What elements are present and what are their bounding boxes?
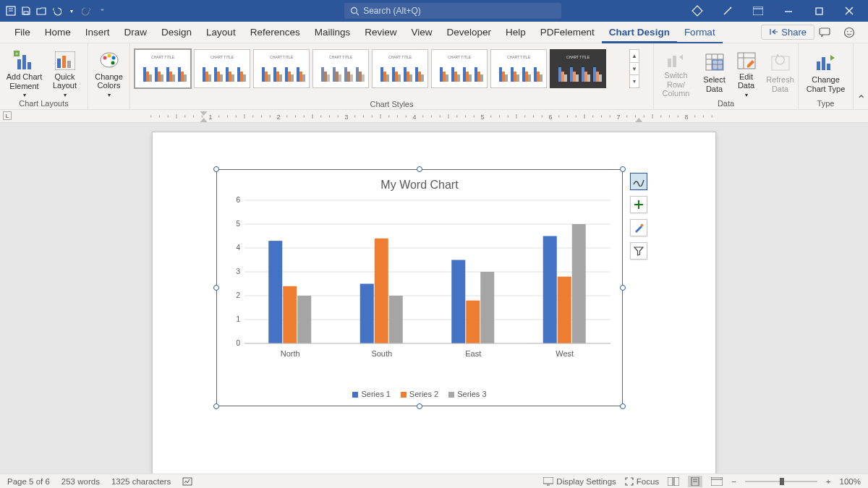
chart-style-thumb[interactable]: CHART TITLE bbox=[550, 49, 606, 88]
tab-layout[interactable]: Layout bbox=[199, 22, 243, 43]
svg-point-26 bbox=[107, 53, 111, 57]
svg-rect-246 bbox=[558, 277, 571, 343]
chart-style-thumb[interactable]: CHART TITLE bbox=[253, 49, 310, 88]
proofing-icon[interactable] bbox=[182, 476, 192, 487]
resize-handle[interactable] bbox=[213, 285, 219, 291]
chart-elements-button[interactable] bbox=[630, 196, 647, 213]
change-colors-button[interactable]: Change Colors▾ bbox=[92, 48, 127, 98]
chart-filters-button[interactable] bbox=[630, 242, 647, 260]
chart-object[interactable]: My Word Chart 0123456NorthSouthEastWest … bbox=[216, 169, 623, 406]
zoom-out-icon[interactable]: − bbox=[731, 477, 736, 486]
add-chart-element-icon: + bbox=[13, 51, 36, 71]
status-page[interactable]: Page 5 of 6 bbox=[7, 477, 50, 486]
gallery-up-icon[interactable]: ▲ bbox=[630, 50, 639, 63]
comments-icon[interactable] bbox=[819, 27, 839, 38]
tab-home[interactable]: Home bbox=[38, 22, 78, 43]
zoom-in-icon[interactable]: + bbox=[826, 477, 831, 486]
chart-style-thumb[interactable]: CHART TITLE bbox=[312, 49, 369, 88]
layout-options-button[interactable] bbox=[630, 173, 647, 190]
tab-references[interactable]: References bbox=[243, 22, 307, 43]
gallery-more-icon[interactable]: ▾ bbox=[630, 75, 639, 87]
resize-handle[interactable] bbox=[417, 166, 422, 172]
search-input[interactable] bbox=[363, 6, 556, 16]
autosave-icon[interactable] bbox=[4, 4, 17, 17]
resize-handle[interactable] bbox=[620, 285, 626, 291]
qat-customize-icon[interactable]: ⁼ bbox=[95, 4, 109, 17]
edit-data-button[interactable]: Edit Data▾ bbox=[732, 48, 761, 98]
gallery-scroll[interactable]: ▲▼▾ bbox=[629, 49, 639, 88]
quick-layout-button[interactable]: Quick Layout▾ bbox=[47, 48, 83, 98]
chart-plot[interactable]: 0123456NorthSouthEastWest bbox=[229, 196, 615, 364]
chart-title[interactable]: My Word Chart bbox=[217, 170, 622, 192]
chevron-down-icon[interactable]: ▾ bbox=[65, 4, 78, 17]
tab-insert[interactable]: Insert bbox=[78, 22, 117, 43]
chart-legend[interactable]: Series 1Series 2Series 3 bbox=[217, 390, 622, 398]
read-mode-icon[interactable] bbox=[668, 477, 679, 486]
legend-item[interactable]: Series 1 bbox=[352, 390, 390, 398]
resize-handle[interactable] bbox=[213, 166, 219, 172]
svg-rect-111 bbox=[511, 67, 514, 82]
resize-handle[interactable] bbox=[620, 403, 626, 409]
collapse-ribbon-icon[interactable]: ⌃ bbox=[854, 93, 868, 109]
svg-rect-140 bbox=[712, 60, 723, 69]
resize-handle[interactable] bbox=[417, 403, 422, 409]
add-chart-element-button[interactable]: + Add Chart Element▾ bbox=[5, 48, 44, 98]
tab-selector-icon[interactable]: L bbox=[3, 111, 12, 120]
print-layout-icon[interactable] bbox=[688, 476, 702, 487]
ribbon-display-icon[interactable] bbox=[744, 0, 773, 22]
tab-pdfelement[interactable]: PDFelement bbox=[533, 22, 602, 43]
tab-format[interactable]: Format bbox=[677, 22, 723, 43]
gallery-down-icon[interactable]: ▼ bbox=[630, 63, 639, 76]
chart-style-thumb[interactable]: CHART TITLE bbox=[490, 49, 547, 88]
focus-button[interactable]: Focus bbox=[625, 477, 659, 486]
svg-rect-31 bbox=[146, 72, 149, 82]
save-icon[interactable] bbox=[20, 4, 33, 17]
maximize-icon[interactable] bbox=[804, 0, 833, 22]
share-button[interactable]: Share bbox=[761, 25, 814, 40]
zoom-level[interactable]: 100% bbox=[840, 477, 861, 486]
tab-mailings[interactable]: Mailings bbox=[307, 22, 358, 43]
legend-item[interactable]: Series 3 bbox=[448, 390, 486, 398]
ruler[interactable]: L 12345678 bbox=[0, 110, 868, 123]
smiley-icon[interactable] bbox=[843, 27, 861, 38]
svg-rect-80 bbox=[362, 74, 365, 82]
status-chars[interactable]: 1325 characters bbox=[111, 477, 171, 486]
change-chart-type-button[interactable]: Change Chart Type bbox=[803, 48, 849, 98]
status-words[interactable]: 253 words bbox=[61, 477, 100, 486]
minimize-icon[interactable] bbox=[774, 0, 803, 22]
chart-style-thumb[interactable]: CHART TITLE bbox=[194, 49, 250, 88]
tab-help[interactable]: Help bbox=[498, 22, 533, 43]
tab-chart-design[interactable]: Chart Design bbox=[602, 22, 677, 43]
select-data-button[interactable]: Select Data bbox=[700, 48, 729, 98]
open-icon[interactable] bbox=[35, 4, 48, 17]
resize-handle[interactable] bbox=[620, 166, 626, 172]
tab-design[interactable]: Design bbox=[154, 22, 199, 43]
zoom-slider[interactable] bbox=[745, 481, 817, 482]
wand-icon[interactable] bbox=[713, 0, 742, 22]
chart-style-thumb[interactable]: CHART TITLE bbox=[372, 49, 428, 88]
svg-rect-65 bbox=[297, 67, 299, 82]
svg-rect-121 bbox=[558, 67, 561, 82]
svg-rect-145 bbox=[817, 61, 820, 70]
svg-rect-131 bbox=[596, 72, 599, 82]
svg-rect-98 bbox=[451, 67, 454, 82]
search-box[interactable] bbox=[344, 3, 561, 19]
tab-view[interactable]: View bbox=[404, 22, 439, 43]
close-icon[interactable] bbox=[835, 0, 864, 22]
redo-icon[interactable] bbox=[80, 4, 93, 17]
legend-item[interactable]: Series 2 bbox=[401, 390, 438, 398]
diamond-icon[interactable] bbox=[683, 0, 712, 22]
tab-draw[interactable]: Draw bbox=[117, 22, 155, 43]
chart-style-thumb[interactable]: CHART TITLE bbox=[431, 49, 488, 88]
undo-icon[interactable] bbox=[50, 4, 63, 17]
display-settings-button[interactable]: Display Settings bbox=[543, 477, 616, 486]
tab-file[interactable]: File bbox=[7, 22, 38, 43]
svg-rect-57 bbox=[265, 72, 268, 82]
chart-style-thumb[interactable]: CHART TITLE bbox=[135, 49, 191, 88]
resize-handle[interactable] bbox=[213, 403, 219, 409]
chart-styles-button[interactable] bbox=[630, 219, 647, 236]
web-layout-icon[interactable] bbox=[711, 477, 723, 486]
tab-developer[interactable]: Developer bbox=[440, 22, 499, 43]
tab-review[interactable]: Review bbox=[357, 22, 404, 43]
document-canvas[interactable]: My Word Chart 0123456NorthSouthEastWest … bbox=[0, 123, 868, 474]
